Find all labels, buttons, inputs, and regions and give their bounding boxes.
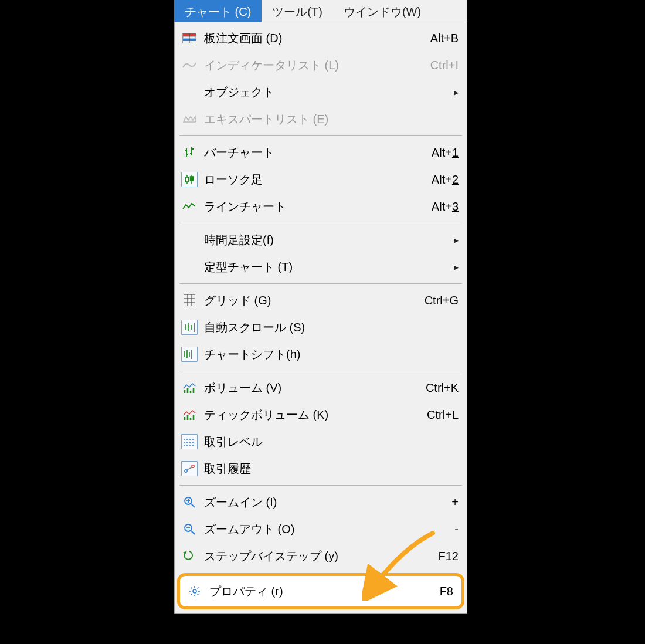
menu-expert-list: エキスパートリスト (E)	[175, 106, 467, 133]
candlestick-icon	[181, 172, 198, 187]
menu-item-shortcut: Ctrl+I	[415, 59, 467, 72]
submenu-arrow-icon: ▸	[446, 87, 467, 98]
chart-menu-screenshot: チャート (C) ツール(T) ウインドウ(W) 板注文画面 (D) Alt+B	[174, 0, 467, 614]
menu-objects[interactable]: オブジェクト ▸	[175, 79, 467, 106]
grid-icon	[181, 293, 198, 308]
menu-separator	[179, 371, 462, 371]
svg-line-46	[191, 504, 195, 507]
menu-trade-history[interactable]: 取引履歴	[175, 455, 467, 482]
indicators-icon	[181, 57, 198, 73]
svg-point-42	[185, 470, 187, 472]
submenu-arrow-icon: ▸	[446, 235, 467, 246]
menu-item-label: チャートシフト(h)	[204, 347, 415, 362]
menu-item-label: エキスパートリスト (E)	[204, 111, 415, 127]
menu-item-shortcut: F8	[410, 585, 461, 598]
menu-separator	[179, 223, 462, 223]
chart-dropdown: 板注文画面 (D) Alt+B インディケータリスト (L) Ctrl+I オブ…	[174, 22, 467, 614]
menu-timeframes[interactable]: 時間足設定(f) ▸	[175, 226, 467, 253]
menu-bar-chart[interactable]: バーチャート Alt+1	[175, 139, 467, 166]
menu-item-shortcut: Alt+B	[415, 32, 467, 45]
menu-trade-levels[interactable]: 取引レベル	[175, 428, 467, 455]
svg-point-52	[193, 589, 196, 593]
tick-volume-icon	[181, 407, 198, 422]
gear-icon	[186, 584, 203, 599]
menu-grid[interactable]: グリッド (G) Ctrl+G	[175, 287, 467, 314]
submenu-arrow-icon: ▸	[446, 262, 467, 273]
svg-rect-12	[186, 177, 189, 182]
menu-item-label: 自動スクロール (S)	[204, 320, 415, 335]
menu-item-shortcut: Alt+2	[415, 173, 467, 187]
menu-line-chart[interactable]: ラインチャート Alt+3	[175, 193, 467, 220]
expert-icon	[181, 111, 198, 127]
menu-item-shortcut: Ctrl+L	[415, 408, 467, 422]
menu-zoom-out[interactable]: ズームアウト (O) -	[175, 516, 467, 543]
autoscroll-icon	[181, 320, 198, 335]
depth-icon	[181, 30, 198, 46]
menu-item-label: ズームイン (I)	[204, 494, 415, 510]
menu-depth-of-market[interactable]: 板注文画面 (D) Alt+B	[175, 25, 467, 52]
bar-chart-icon	[181, 145, 198, 160]
menu-templates[interactable]: 定型チャート (T) ▸	[175, 253, 467, 280]
menu-item-label: ローソク足	[204, 172, 415, 188]
menu-item-shortcut: Ctrl+K	[415, 381, 467, 395]
menu-separator	[179, 135, 462, 136]
menu-item-label: ステップバイステップ (y)	[204, 548, 415, 564]
menu-volume[interactable]: ボリューム (V) Ctrl+K	[175, 374, 467, 401]
menu-chart-shift[interactable]: チャートシフト(h)	[175, 341, 467, 368]
menu-item-shortcut: F12	[415, 550, 467, 563]
menu-item-label: ズームアウト (O)	[204, 521, 415, 537]
menu-item-label: 取引レベル	[204, 434, 415, 450]
menubar: チャート (C) ツール(T) ウインドウ(W)	[174, 0, 467, 22]
menu-properties[interactable]: プロパティ (r) F8	[180, 577, 461, 605]
zoom-out-icon	[181, 521, 198, 537]
menu-tick-volume[interactable]: ティックボリューム (K) Ctrl+L	[175, 401, 467, 428]
svg-point-43	[192, 465, 194, 467]
zoom-in-icon	[181, 494, 198, 510]
menu-item-shortcut: +	[415, 496, 467, 509]
line-chart-icon	[181, 199, 198, 214]
svg-rect-14	[191, 177, 193, 181]
menu-item-label: ティックボリューム (K)	[204, 407, 415, 423]
svg-line-44	[187, 467, 192, 470]
menu-separator	[179, 485, 462, 486]
menu-item-shortcut: Alt+1	[415, 146, 467, 160]
annotation-highlight-box: プロパティ (r) F8	[177, 573, 464, 609]
menu-item-label: プロパティ (r)	[209, 584, 410, 599]
menu-item-shortcut: -	[415, 523, 467, 536]
svg-line-50	[191, 531, 195, 534]
menu-item-label: オブジェクト	[204, 84, 446, 100]
menu-item-shortcut: Ctrl+G	[415, 294, 467, 307]
menu-separator	[179, 283, 462, 284]
trade-levels-icon	[181, 434, 198, 449]
menu-zoom-in[interactable]: ズームイン (I) +	[175, 489, 467, 516]
menu-item-label: バーチャート	[204, 145, 415, 161]
menu-autoscroll[interactable]: 自動スクロール (S)	[175, 314, 467, 341]
menu-candlestick[interactable]: ローソク足 Alt+2	[175, 166, 467, 193]
menu-item-label: グリッド (G)	[204, 293, 415, 309]
menu-item-shortcut: Alt+3	[415, 200, 467, 213]
menubar-chart[interactable]: チャート (C)	[174, 0, 262, 22]
menu-item-label: ボリューム (V)	[204, 380, 415, 396]
menu-item-label: 板注文画面 (D)	[204, 30, 415, 46]
trade-history-icon	[181, 461, 198, 476]
volume-icon	[181, 380, 198, 395]
menu-item-label: 時間足設定(f)	[204, 232, 446, 248]
menu-item-label: 取引履歴	[204, 461, 415, 477]
menubar-window[interactable]: ウインドウ(W)	[333, 0, 432, 22]
step-icon	[181, 548, 198, 564]
menu-step-by-step[interactable]: ステップバイステップ (y) F12	[175, 543, 467, 570]
menu-indicator-list: インディケータリスト (L) Ctrl+I	[175, 52, 467, 79]
menu-item-label: インディケータリスト (L)	[204, 57, 415, 73]
menu-item-label: 定型チャート (T)	[204, 259, 446, 275]
menu-item-label: ラインチャート	[204, 199, 415, 215]
chart-shift-icon	[181, 347, 198, 362]
menubar-tools[interactable]: ツール(T)	[262, 0, 333, 22]
